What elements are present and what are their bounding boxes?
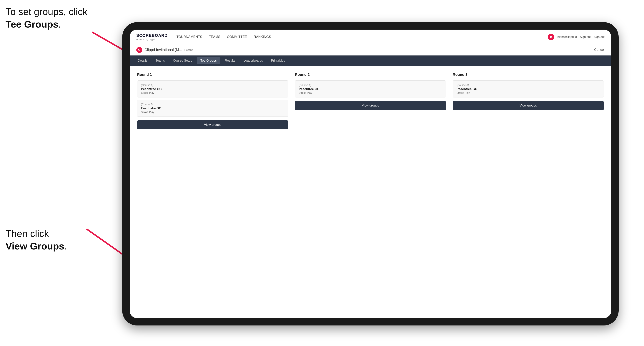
round-1-course-b-name: East Lake GC (141, 107, 284, 110)
round-2-course-a-name: Peachtree GC (299, 87, 442, 91)
hosting-badge: Hosting (184, 48, 193, 51)
sign-out-link[interactable]: Sign out (580, 35, 591, 39)
round-3-course-a-name: Peachtree GC (456, 87, 600, 91)
round-1-course-b-format: Stroke Play (141, 111, 284, 114)
instruction-top: To set groups, click Tee Groups. (6, 5, 88, 30)
round-1-title: Round 1 (137, 72, 288, 77)
logo-area: SCOREBOARD Powered by clippit (136, 33, 168, 41)
round-1-course-b-card: (Course B) East Lake GC Stroke Play (137, 100, 288, 117)
round-1-course-a-label: (Course A) (141, 84, 284, 87)
round-2-course-a-card: (Course A) Peachtree GC Stroke Play (295, 80, 446, 97)
user-avatar: B (548, 34, 554, 40)
tab-tee-groups[interactable]: Tee Groups (197, 57, 220, 64)
nav-links: TOURNAMENTS TEAMS COMMITTEE RANKINGS (176, 35, 548, 39)
nav-tournaments[interactable]: TOURNAMENTS (176, 35, 202, 39)
tab-results[interactable]: Results (221, 57, 239, 64)
tab-details[interactable]: Details (134, 57, 151, 64)
sign-out-text[interactable]: Sign out (594, 35, 604, 39)
round-3-course-a-card: (Course A) Peachtree GC Stroke Play (453, 80, 604, 97)
round-2-course-a-format: Stroke Play (299, 91, 442, 94)
tab-course-setup[interactable]: Course Setup (169, 57, 196, 64)
round-2-column: Round 2 (Course A) Peachtree GC Stroke P… (295, 72, 446, 129)
round-1-course-a-name: Peachtree GC (141, 87, 284, 91)
round-1-column: Round 1 (Course A) Peachtree GC Stroke P… (137, 72, 288, 129)
instruction-bottom: Then click View Groups. (6, 227, 67, 252)
round-3-course-a-format: Stroke Play (456, 91, 600, 94)
round-2-title: Round 2 (295, 72, 446, 77)
top-nav: SCOREBOARD Powered by clippit TOURNAMENT… (130, 30, 611, 44)
tablet-screen: SCOREBOARD Powered by clippit TOURNAMENT… (130, 30, 611, 318)
round-1-course-a-card: (Course A) Peachtree GC Stroke Play (137, 80, 288, 97)
logo-sub: Powered by clippit (136, 38, 168, 41)
round-1-course-a-format: Stroke Play (141, 91, 284, 94)
tournament-c-icon: C (136, 47, 142, 53)
round-3-column: Round 3 (Course A) Peachtree GC Stroke P… (453, 72, 604, 129)
user-email: blair@clippd.io (557, 35, 577, 39)
tournament-name: Clippd Invitational (M... (144, 48, 182, 52)
round-2-course-a-label: (Course A) (299, 84, 442, 87)
tab-printables[interactable]: Printables (268, 57, 289, 64)
cancel-button[interactable]: Cancel (594, 48, 604, 52)
tab-teams[interactable]: Teams (152, 57, 168, 64)
nav-rankings[interactable]: RANKINGS (254, 35, 271, 39)
main-content: Round 1 (Course A) Peachtree GC Stroke P… (130, 66, 611, 318)
nav-teams[interactable]: TEAMS (209, 35, 220, 39)
round-3-view-groups-button[interactable]: View groups (453, 101, 604, 110)
nav-committee[interactable]: COMMITTEE (227, 35, 247, 39)
tournament-title: C Clippd Invitational (M... Hosting (136, 47, 594, 53)
tournament-header: C Clippd Invitational (M... Hosting Canc… (130, 44, 611, 55)
tablet-frame: SCOREBOARD Powered by clippit TOURNAMENT… (122, 22, 619, 326)
nav-right: B blair@clippd.io Sign out Sign out (548, 34, 604, 40)
tab-bar: Details Teams Course Setup Tee Groups Re… (130, 55, 611, 66)
rounds-grid: Round 1 (Course A) Peachtree GC Stroke P… (137, 72, 604, 129)
logo-text: SCOREBOARD (136, 33, 168, 38)
round-3-title: Round 3 (453, 72, 604, 77)
round-3-course-a-label: (Course A) (456, 84, 600, 87)
tab-leaderboards[interactable]: Leaderboards (240, 57, 267, 64)
round-1-view-groups-button[interactable]: View groups (137, 120, 288, 129)
round-1-course-b-label: (Course B) (141, 103, 284, 106)
round-2-view-groups-button[interactable]: View groups (295, 101, 446, 110)
svg-line-2 (87, 229, 128, 258)
